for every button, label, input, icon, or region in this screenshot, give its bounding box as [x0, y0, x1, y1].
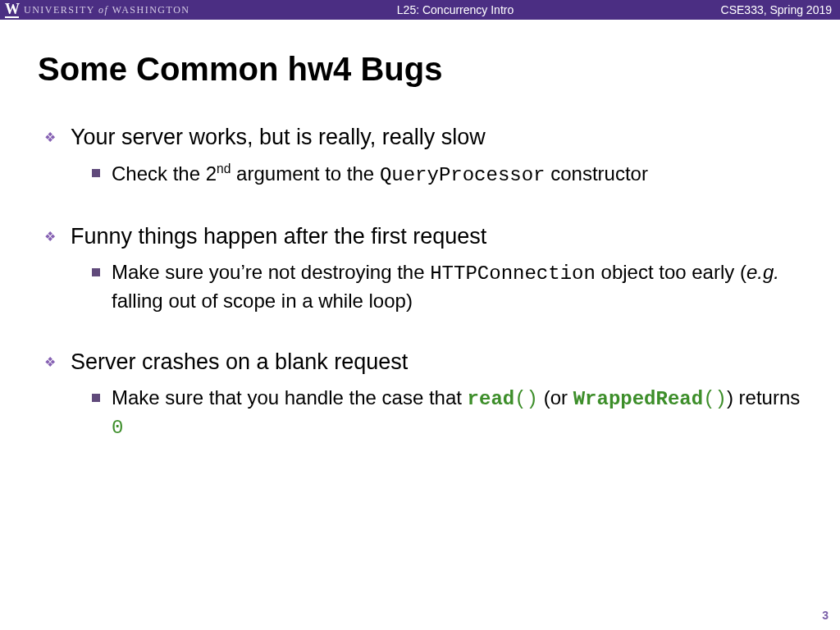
code-fragment: ()	[703, 388, 727, 410]
page-title: Some Common hw4 Bugs	[38, 51, 840, 88]
bullet-list: ❖ Your server works, but is really, real…	[38, 124, 802, 441]
bullet-text: Server crashes on a blank request	[71, 349, 408, 377]
course-term: CSE333, Spring 2019	[721, 3, 835, 16]
diamond-bullet-icon: ❖	[44, 349, 56, 377]
square-bullet-icon	[92, 169, 100, 177]
sub-text: Check the 2nd argument to the QueryProce…	[112, 160, 648, 189]
sub-list-item: Make sure you’re not destroying the HTTP…	[92, 259, 802, 314]
list-item: ❖ Funny things happen after the first re…	[38, 223, 802, 314]
text-fragment: object too early (	[596, 261, 746, 283]
lecture-title: L25: Concurrency Intro	[189, 3, 720, 16]
univ-post: WASHINGTON	[108, 4, 189, 16]
code-fragment: WrappedRead	[573, 388, 703, 410]
sub-list: Make sure that you handle the case that …	[92, 385, 802, 441]
sub-list-item: Check the 2nd argument to the QueryProce…	[92, 160, 802, 189]
slide-content: ❖ Your server works, but is really, real…	[38, 124, 802, 441]
diamond-bullet-icon: ❖	[44, 223, 56, 251]
sub-list-item: Make sure that you handle the case that …	[92, 385, 802, 441]
list-item: ❖ Your server works, but is really, real…	[38, 124, 802, 189]
sub-list: Make sure you’re not destroying the HTTP…	[92, 259, 802, 314]
bullet-text: Funny things happen after the first requ…	[71, 223, 486, 251]
text-fragment: Check the 2	[112, 162, 217, 185]
code-fragment: HTTPConnection	[430, 262, 596, 285]
sub-text: Make sure you’re not destroying the HTTP…	[112, 259, 802, 314]
text-fragment: Make sure that you handle the case that	[112, 386, 468, 409]
code-fragment: 0	[112, 417, 123, 439]
text-fragment: (or	[538, 386, 573, 409]
university-name: UNIVERSITY of WASHINGTON	[24, 4, 189, 16]
sub-list: Check the 2nd argument to the QueryProce…	[92, 160, 802, 189]
uw-logo-icon: W	[5, 2, 19, 18]
text-fragment: ) returns	[727, 386, 800, 409]
header-left: W UNIVERSITY of WASHINGTON	[5, 2, 189, 18]
code-fragment: QueryProcessor	[380, 164, 546, 186]
square-bullet-icon	[92, 268, 100, 276]
text-fragment: Make sure you’re not destroying the	[112, 261, 430, 283]
superscript: nd	[217, 162, 231, 176]
text-fragment: argument to the	[231, 162, 379, 185]
bullet-text: Your server works, but is really, really…	[71, 124, 486, 152]
univ-pre: UNIVERSITY	[24, 4, 98, 16]
slide-header: W UNIVERSITY of WASHINGTON L25: Concurre…	[0, 0, 840, 20]
italic-fragment: e.g.	[746, 261, 779, 283]
sub-text: Make sure that you handle the case that …	[112, 385, 802, 441]
page-number: 3	[822, 609, 829, 622]
code-fragment: read	[468, 388, 515, 410]
diamond-bullet-icon: ❖	[44, 124, 56, 152]
code-fragment: ()	[514, 388, 538, 410]
univ-of: of	[98, 4, 108, 16]
text-fragment: constructor	[546, 162, 648, 185]
list-item: ❖ Server crashes on a blank request Make…	[38, 349, 802, 441]
square-bullet-icon	[92, 394, 100, 402]
text-fragment: falling out of scope in a while loop)	[112, 290, 413, 312]
